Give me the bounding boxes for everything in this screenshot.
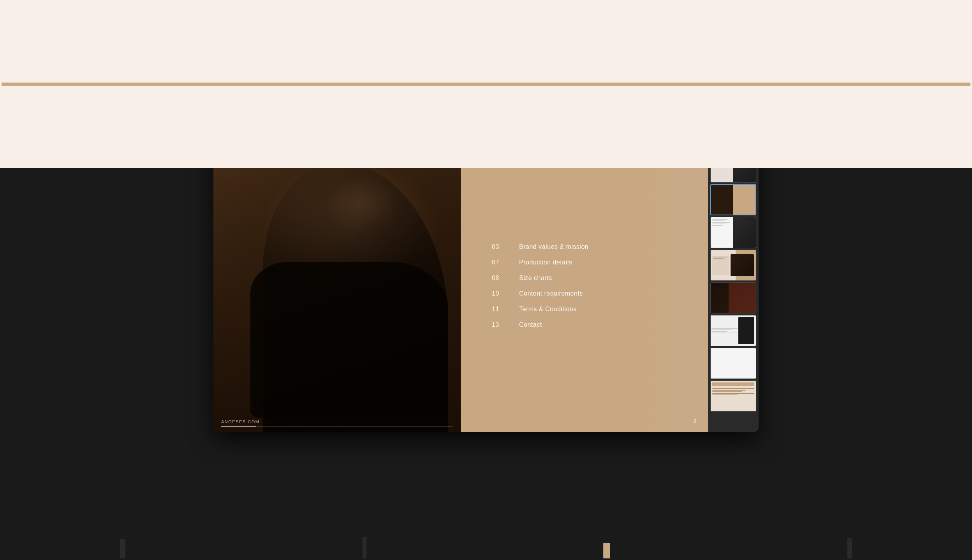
toc-number-3: 08 xyxy=(492,275,504,282)
content-area: ANOESES.COM 03 Brand values & mission xyxy=(213,148,759,432)
app-window: ✕ Anoeses Influencer Brief 🔒 Open with P… xyxy=(213,128,759,432)
toc-title-2: Production details xyxy=(519,259,572,266)
toc-item-6: 13 Contact xyxy=(492,321,685,328)
toc-item-5: 11 Terms & Conditions xyxy=(492,306,685,313)
toc-title-6: Contact xyxy=(519,321,542,328)
thumb-3-left xyxy=(711,217,733,248)
toc-number-1: 03 xyxy=(492,243,504,250)
toc-number-6: 13 xyxy=(492,321,504,328)
thumbnail-3[interactable] xyxy=(710,217,756,248)
thumbnail-strip[interactable]: ANOESES xyxy=(708,148,759,432)
toc-title-3: Size charts xyxy=(519,275,552,282)
toc-item-1: 03 Brand values & mission xyxy=(492,243,685,250)
thumbnail-7[interactable] xyxy=(710,348,756,379)
table-of-contents: 03 Brand values & mission 07 Production … xyxy=(492,243,685,337)
toc-item-3: 08 Size charts xyxy=(492,275,685,282)
toc-number-2: 07 xyxy=(492,259,504,266)
toc-number-4: 10 xyxy=(492,290,504,297)
toc-item-2: 07 Production details xyxy=(492,259,685,266)
thumb-3-right xyxy=(733,217,756,248)
toc-title-5: Terms & Conditions xyxy=(519,306,577,313)
toc-title-4: Content requirements xyxy=(519,290,583,297)
thumbnail-2[interactable] xyxy=(710,184,756,215)
toc-title-1: Brand values & mission xyxy=(519,243,588,250)
toc-number-5: 11 xyxy=(492,306,504,313)
toc-item-4: 10 Content requirements xyxy=(492,290,685,297)
